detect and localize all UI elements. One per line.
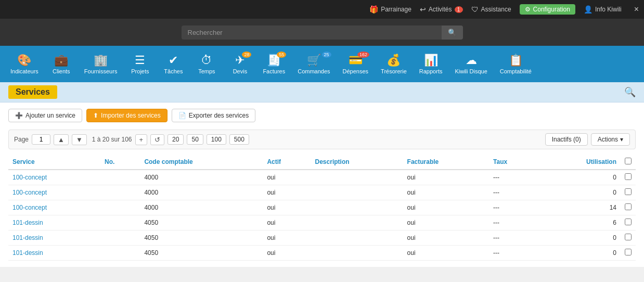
nav-commandes[interactable]: 25 🛒 Commandes	[292, 50, 335, 78]
nav-taches[interactable]: ✔ Tâches	[158, 50, 189, 78]
cell-taux: ---	[489, 230, 537, 246]
nav-rapports[interactable]: 📊 Rapports	[414, 50, 448, 78]
cell-utilisation: 0	[537, 246, 621, 261]
nav-taches-label: Tâches	[164, 68, 183, 74]
cell-service[interactable]: 100-concept	[8, 185, 100, 200]
col-checkbox-header[interactable]	[621, 155, 636, 170]
nav-factures-label: Factures	[263, 68, 285, 74]
page-label: Page	[14, 136, 29, 143]
configuration-button[interactable]: ⚙ Configuration	[520, 4, 575, 15]
cell-taux: ---	[489, 170, 537, 185]
cell-service[interactable]: 101-dessin	[8, 246, 100, 261]
info-link[interactable]: 👤 Info Kiwili	[584, 5, 622, 14]
cell-no	[100, 215, 140, 230]
close-button[interactable]: ×	[634, 5, 639, 14]
cell-checkbox[interactable]	[621, 170, 636, 185]
cell-description	[311, 200, 403, 215]
nav-kiwili-disque[interactable]: ☁ Kiwili Disque	[449, 50, 492, 78]
cell-taux: ---	[489, 215, 537, 230]
indicateurs-icon: 🎨	[17, 54, 31, 67]
projets-icon: ☰	[135, 54, 145, 67]
cell-description	[311, 230, 403, 246]
row-checkbox[interactable]	[625, 219, 632, 225]
taches-icon: ✔	[169, 54, 178, 67]
nav-indicateurs[interactable]: 🎨 Indicateurs	[5, 50, 44, 78]
row-checkbox[interactable]	[625, 188, 632, 195]
page-range: 1 à 20 sur 106	[92, 136, 132, 143]
col-code-comptable: Code comptable	[140, 155, 263, 170]
col-service: Service	[8, 155, 100, 170]
services-table: Service No. Code comptable Actif Descrip…	[8, 155, 636, 261]
export-services-button[interactable]: 📄 Exporter des services	[172, 109, 255, 122]
actions-button[interactable]: Actions ▾	[591, 133, 630, 146]
cell-checkbox[interactable]	[621, 185, 636, 200]
cell-utilisation: 0	[537, 170, 621, 185]
select-all-checkbox[interactable]	[625, 158, 632, 164]
row-checkbox[interactable]	[625, 234, 632, 240]
pagination-row: Page ▲ ▼ 1 à 20 sur 106 + ↺ 20 50 100 50…	[8, 130, 636, 149]
cell-facturable: oui	[403, 200, 490, 215]
cell-service[interactable]: 100-concept	[8, 170, 100, 185]
assistance-label: Assistance	[481, 6, 511, 13]
page-size-500[interactable]: 500	[229, 134, 249, 145]
nav-tresorerie[interactable]: 💰 Trésorerie	[376, 50, 412, 78]
content-area: ➕ Ajouter un service ⬆ Importer des serv…	[0, 102, 644, 267]
cell-checkbox[interactable]	[621, 230, 636, 246]
cell-actif: oui	[263, 185, 311, 200]
assistance-link[interactable]: 🛡 Assistance	[471, 5, 511, 14]
activites-link[interactable]: ↩ Activités 1	[420, 5, 463, 14]
parrainage-label: Parrainage	[381, 6, 411, 13]
page-down-button[interactable]: ▼	[72, 134, 87, 145]
row-checkbox[interactable]	[625, 203, 632, 210]
plus-icon: ➕	[15, 112, 23, 119]
table-row: 101-dessin 4050 oui oui --- 0	[8, 246, 636, 261]
col-description: Description	[311, 155, 403, 170]
table-row: 101-dessin 4050 oui oui --- 6	[8, 215, 636, 230]
nav-temps[interactable]: ⏱ Temps	[191, 50, 222, 78]
import-services-button[interactable]: ⬆ Importer des services	[86, 109, 168, 122]
nav-factures[interactable]: 55 🧾 Factures	[257, 50, 290, 78]
page-size-20[interactable]: 20	[168, 134, 184, 145]
page-size-100[interactable]: 100	[207, 134, 226, 145]
temps-icon: ⏱	[201, 54, 212, 67]
table-row: 100-concept 4000 oui oui --- 14	[8, 200, 636, 215]
nav-fournisseurs[interactable]: 🏢 Fournisseurs	[79, 50, 123, 78]
cell-checkbox[interactable]	[621, 246, 636, 261]
row-checkbox[interactable]	[625, 249, 632, 255]
cell-no	[100, 170, 140, 185]
nav-clients[interactable]: 💼 Clients	[46, 50, 77, 78]
cell-checkbox[interactable]	[621, 200, 636, 215]
factures-badge: 55	[277, 52, 286, 58]
parrainage-link[interactable]: 🎁 Parrainage	[369, 5, 411, 14]
gear-icon: ⚙	[525, 6, 531, 13]
cell-checkbox[interactable]	[621, 215, 636, 230]
page-up-button[interactable]: ▲	[54, 134, 69, 145]
cell-service[interactable]: 100-concept	[8, 200, 100, 215]
nav-depenses[interactable]: 162 💳 Dépenses	[338, 50, 374, 78]
nav-comptabilite[interactable]: 📋 Comptabilité	[495, 50, 537, 78]
cell-description	[311, 170, 403, 185]
add-service-button[interactable]: ➕ Ajouter un service	[8, 109, 82, 122]
inactifs-button[interactable]: Inactifs (0)	[545, 133, 588, 146]
search-button[interactable]: 🔍	[442, 25, 463, 40]
search-input[interactable]	[182, 25, 442, 40]
cell-taux: ---	[489, 246, 537, 261]
page-number-input[interactable]	[32, 134, 50, 145]
page-search-icon[interactable]: 🔍	[624, 86, 636, 98]
nav-projets[interactable]: ☰ Projets	[124, 50, 156, 78]
page-size-50[interactable]: 50	[187, 134, 203, 145]
search-icon: 🔍	[448, 29, 457, 36]
cell-facturable: oui	[403, 215, 490, 230]
page-refresh-button[interactable]: ↺	[150, 134, 164, 145]
nav-comptabilite-label: Comptabilité	[500, 68, 532, 74]
page-add-button[interactable]: +	[135, 134, 148, 145]
row-checkbox[interactable]	[625, 173, 632, 180]
cell-service[interactable]: 101-dessin	[8, 230, 100, 246]
search-bar: 🔍	[0, 19, 644, 46]
nav-devis[interactable]: 28 ✈ Devis	[224, 50, 255, 78]
cell-actif: oui	[263, 246, 311, 261]
gift-icon: 🎁	[369, 5, 378, 14]
cell-service[interactable]: 101-dessin	[8, 215, 100, 230]
page-title: Services	[8, 85, 57, 99]
nav-commandes-label: Commandes	[298, 68, 330, 74]
